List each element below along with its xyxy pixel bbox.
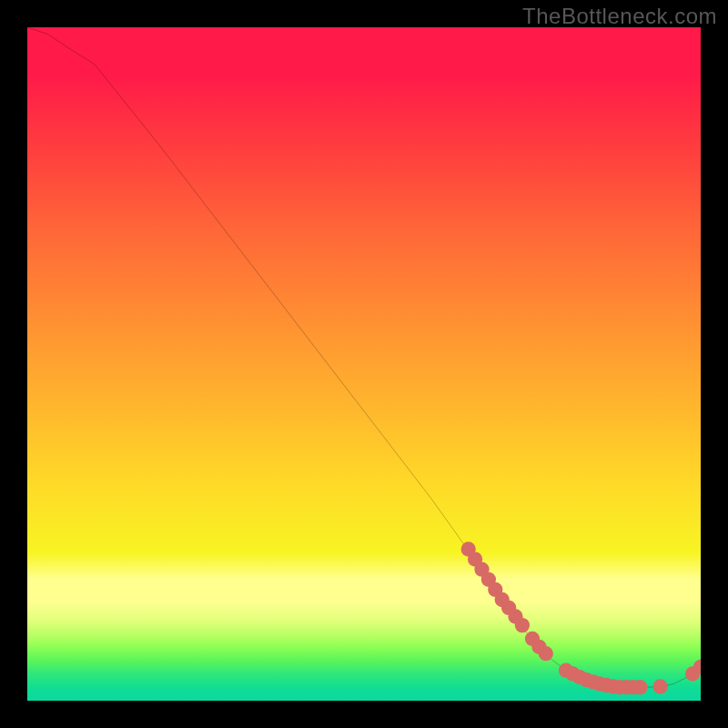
chart-stage: TheBottleneck.com	[0, 0, 728, 728]
watermark-text: TheBottleneck.com	[522, 4, 717, 29]
plot-area	[27, 27, 701, 701]
marker-point	[632, 680, 647, 694]
curve-line	[27, 27, 701, 687]
marker-point	[515, 618, 530, 632]
marker-point	[539, 646, 553, 661]
marker-group	[461, 541, 701, 694]
chart-overlay	[27, 27, 701, 701]
marker-point	[652, 679, 667, 693]
